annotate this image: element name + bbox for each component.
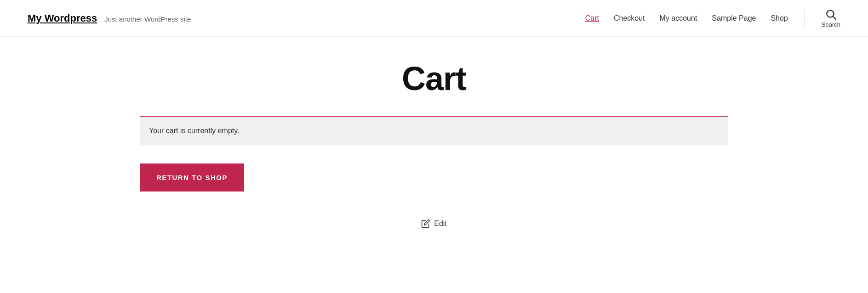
svg-line-1 [833,17,836,19]
nav-item-my-account[interactable]: My account [660,14,697,23]
main-content: Cart Your cart is currently empty. RETUR… [112,37,756,228]
site-header: My Wordpress Just another WordPress site… [0,0,868,37]
nav-item-cart[interactable]: Cart [585,14,599,23]
nav-item-checkout[interactable]: Checkout [614,14,645,23]
cart-empty-message: Your cart is currently empty. [149,127,240,135]
nav-links: Cart Checkout My account Sample Page Sho… [585,14,788,23]
nav-link-sample-page[interactable]: Sample Page [712,14,756,22]
page-title-section: Cart [140,37,728,117]
site-tagline: Just another WordPress site [104,15,191,23]
search-label: Search [822,21,840,28]
nav-link-shop[interactable]: Shop [771,14,788,22]
edit-section[interactable]: Edit [140,219,728,228]
return-to-shop-button[interactable]: RETURN TO SHOP [140,163,244,192]
site-title[interactable]: My Wordpress [28,12,97,24]
nav-link-my-account[interactable]: My account [660,14,697,22]
page-title: Cart [140,60,728,97]
nav-link-checkout[interactable]: Checkout [614,14,645,22]
cart-empty-notice: Your cart is currently empty. [140,117,728,145]
header-right: Cart Checkout My account Sample Page Sho… [585,8,840,28]
nav-item-shop[interactable]: Shop [771,14,788,23]
nav-link-cart[interactable]: Cart [585,14,599,22]
edit-icon [421,219,430,228]
edit-label[interactable]: Edit [434,220,447,228]
nav-item-sample-page[interactable]: Sample Page [712,14,756,23]
search-button[interactable]: Search [822,8,840,28]
search-icon [825,8,837,20]
nav-divider [805,9,805,28]
header-left: My Wordpress Just another WordPress site [28,12,191,24]
